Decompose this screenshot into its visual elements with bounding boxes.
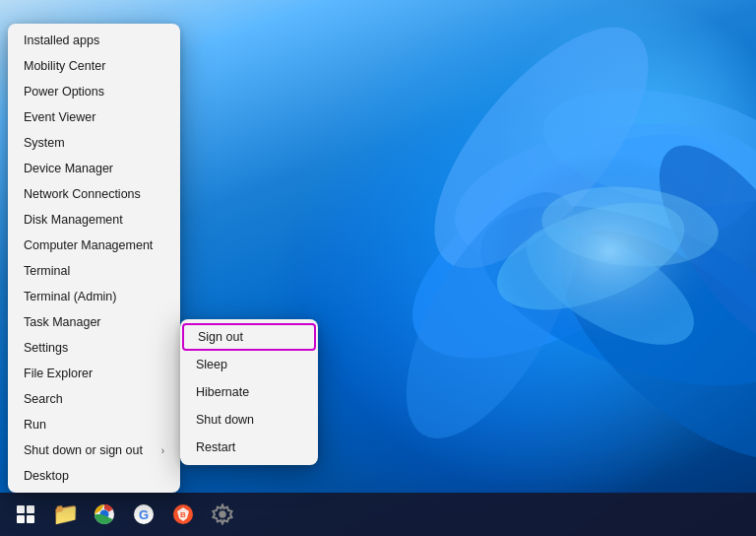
menu-item-event-viewer[interactable]: Event Viewer	[8, 104, 180, 130]
menu-item-terminal[interactable]: Terminal	[8, 258, 180, 284]
taskbar-settings[interactable]	[205, 497, 240, 532]
chrome-icon	[94, 503, 115, 525]
menu-item-label-network-connections: Network Connections	[24, 187, 141, 201]
menu-item-settings[interactable]: Settings	[8, 335, 180, 361]
submenu-item-sign-out[interactable]: Sign out	[182, 323, 316, 351]
context-menu: Installed appsMobility CenterPower Optio…	[8, 24, 180, 493]
menu-item-terminal-admin[interactable]: Terminal (Admin)	[8, 284, 180, 309]
submenu: Sign outSleepHibernateShut downRestart	[180, 319, 318, 465]
menu-item-label-terminal-admin: Terminal (Admin)	[24, 290, 116, 303]
menu-item-label-desktop: Desktop	[24, 469, 69, 483]
menu-item-label-computer-management: Computer Management	[24, 238, 153, 252]
menu-item-power-options[interactable]: Power Options	[8, 79, 180, 104]
menu-item-label-run: Run	[24, 418, 46, 432]
taskbar: 📁 G B	[0, 493, 756, 536]
menu-item-label-settings: Settings	[24, 341, 68, 355]
menu-item-mobility-center[interactable]: Mobility Center	[8, 53, 180, 79]
submenu-item-sleep[interactable]: Sleep	[180, 351, 318, 378]
menu-item-label-system: System	[24, 136, 65, 150]
menu-item-label-terminal: Terminal	[24, 264, 70, 278]
menu-item-network-connections[interactable]: Network Connections	[8, 181, 180, 207]
menu-item-installed-apps[interactable]: Installed apps	[8, 28, 180, 53]
submenu-item-hibernate[interactable]: Hibernate	[180, 378, 318, 406]
menu-item-label-disk-management: Disk Management	[24, 213, 123, 227]
menu-item-task-manager[interactable]: Task Manager	[8, 309, 180, 335]
menu-item-label-event-viewer: Event Viewer	[24, 110, 95, 124]
menu-item-run[interactable]: Run	[8, 412, 180, 437]
menu-item-system[interactable]: System	[8, 130, 180, 156]
svg-text:B: B	[180, 510, 186, 519]
menu-item-label-shut-down-sign-out: Shut down or sign out	[24, 443, 143, 457]
taskbar-file-explorer[interactable]: 📁	[47, 497, 83, 532]
settings-icon	[212, 503, 233, 525]
menu-item-device-manager[interactable]: Device Manager	[8, 156, 180, 181]
menu-item-computer-management[interactable]: Computer Management	[8, 233, 180, 258]
menu-item-label-file-explorer: File Explorer	[24, 367, 93, 380]
taskbar-brave[interactable]: B	[165, 497, 201, 532]
submenu-item-shut-down[interactable]: Shut down	[180, 406, 318, 434]
brave-icon: B	[172, 503, 194, 525]
menu-item-label-device-manager: Device Manager	[24, 162, 113, 175]
menu-item-label-mobility-center: Mobility Center	[24, 59, 105, 73]
menu-item-label-search: Search	[24, 392, 63, 406]
menu-item-search[interactable]: Search	[8, 386, 180, 412]
svg-point-19	[220, 511, 226, 518]
submenu-item-restart[interactable]: Restart	[180, 434, 318, 461]
submenu-chevron-shut-down-sign-out: ›	[161, 445, 164, 456]
svg-point-11	[492, 153, 728, 350]
menu-item-label-task-manager: Task Manager	[24, 315, 101, 329]
windows-logo	[17, 505, 34, 523]
svg-text:G: G	[139, 507, 149, 522]
menu-item-label-installed-apps: Installed apps	[24, 34, 99, 47]
start-button[interactable]	[8, 497, 43, 532]
menu-item-desktop[interactable]: Desktop	[8, 463, 180, 489]
taskbar-chrome[interactable]	[87, 497, 122, 532]
menu-item-label-power-options: Power Options	[24, 85, 104, 99]
menu-item-shut-down-sign-out[interactable]: Shut down or sign out›	[8, 437, 180, 463]
menu-item-disk-management[interactable]: Disk Management	[8, 207, 180, 233]
google-icon: G	[133, 503, 155, 525]
menu-item-file-explorer[interactable]: File Explorer	[8, 361, 180, 386]
taskbar-google[interactable]: G	[126, 497, 161, 532]
